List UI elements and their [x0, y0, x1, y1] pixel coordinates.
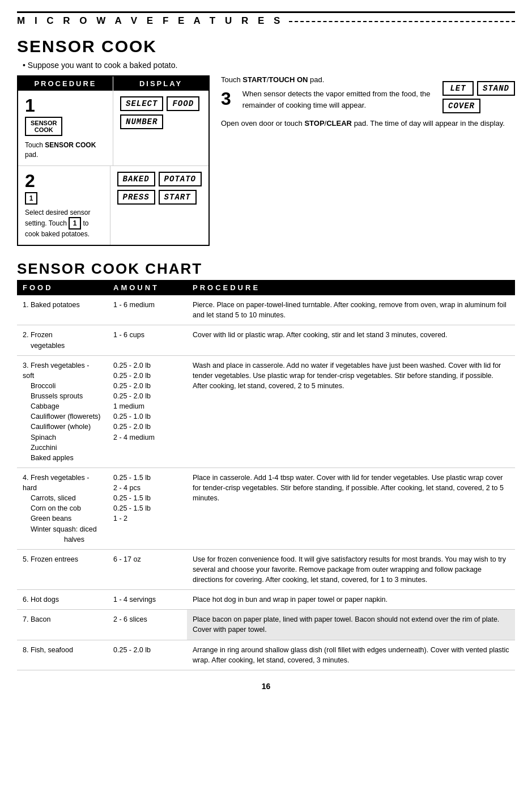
header-bar: M I C R O W A V E F E A T U R E S [17, 11, 515, 27]
step3-description: When sensor detects the vapor emitted fr… [242, 88, 431, 111]
step1-lcd-food: FOOD [167, 96, 199, 111]
step3-start-bold: START [242, 75, 266, 84]
step3-lcd-row1: LET STAND [442, 81, 515, 96]
page-number: 16 [17, 682, 515, 691]
step3-touch-text: Touch START/TOUCH ON pad. [221, 75, 324, 84]
sensor-cook-layout: PROCEDURE DISPLAY 1 SENSORCOOK Touch SEN… [17, 75, 515, 246]
step1-lcd-number: NUMBER [120, 114, 163, 129]
procedure-cell-shaded: Place bacon on paper plate, lined with p… [187, 610, 515, 640]
procedure-cell: Arrange in ring around shallow glass dis… [187, 640, 515, 670]
step2-text: Select desired sensor setting. Touch 1 t… [25, 208, 103, 240]
display-col-header: DISPLAY [113, 77, 208, 91]
step2-num-box: 1 [25, 192, 37, 205]
table-row: 8. Fish, seafood 0.25 - 2.0 lb Arrange i… [17, 640, 515, 670]
food-cell: 2. Frozen vegetables [17, 325, 108, 355]
proc-display-box: PROCEDURE DISPLAY 1 SENSORCOOK Touch SEN… [17, 75, 210, 246]
sensor-cook-chart-table: FOOD AMOUNT PROCEDURE 1. Baked potatoes … [17, 280, 515, 670]
procedure-col-header: PROCEDURE [18, 77, 113, 91]
amount-cell: 0.25 - 2.0 lb0.25 - 2.0 lb0.25 - 2.0 lb0… [108, 355, 187, 468]
chart-tbody: 1. Baked potatoes 1 - 6 medium Pierce. P… [17, 295, 515, 670]
header-title: M I C R O W A V E F E A T U R E S [17, 15, 283, 27]
procedure-cell: Pierce. Place on paper-towel-lined turnt… [187, 295, 515, 325]
stop-bold2: CLEAR [326, 119, 352, 128]
step2-lcd-potato: POTATO [159, 172, 202, 186]
step2-inline-box: 1 [69, 217, 81, 230]
table-row: 7. Bacon 2 - 6 slices Place bacon on pap… [17, 610, 515, 640]
food-cell: 4. Fresh vegetables - hard Carrots, slic… [17, 468, 108, 549]
step2-proc: 2 1 Select desired sensor setting. Touch… [18, 166, 110, 245]
food-cell: 3. Fresh vegetables - soft Broccoli Brus… [17, 355, 108, 468]
chart-header-row: FOOD AMOUNT PROCEDURE [17, 280, 515, 295]
table-row: 6. Hot dogs 1 - 4 servings Place hot dog… [17, 590, 515, 610]
chart-section: SENSOR COOK CHART FOOD AMOUNT PROCEDURE … [17, 260, 515, 670]
step1-display: SELECT FOOD NUMBER [113, 91, 208, 165]
procedure-cell: Place in casserole. Add 1-4 tbsp water. … [187, 468, 515, 549]
chart-title: SENSOR COOK CHART [17, 260, 515, 278]
sensor-cook-bullet: Suppose you want to cook a baked potato. [23, 61, 515, 70]
procedure-cell: Place hot dog in bun and wrap in paper t… [187, 590, 515, 610]
step1-proc: 1 SENSORCOOK Touch SENSOR COOK pad. [18, 91, 113, 165]
amount-cell: 2 - 6 slices [108, 610, 187, 640]
col-food: FOOD [17, 280, 108, 295]
page-container: M I C R O W A V E F E A T U R E S SENSOR… [0, 0, 532, 803]
step2-lcd-row1: BAKED POTATO [117, 172, 202, 186]
step2-num: 2 [25, 172, 103, 190]
step2-display: BAKED POTATO PRESS START [110, 166, 208, 245]
table-row: 2. Frozen vegetables 1 - 6 cups Cover wi… [17, 325, 515, 355]
food-cell: 7. Bacon [17, 610, 108, 640]
step1-lcd-row1: SELECT FOOD [120, 96, 202, 111]
col-amount: AMOUNT [108, 280, 187, 295]
amount-cell: 1 - 6 cups [108, 325, 187, 355]
amount-cell: 0.25 - 1.5 lb2 - 4 pcs0.25 - 1.5 lb0.25 … [108, 468, 187, 549]
stop-bold1: STOP [304, 119, 324, 128]
proc-display-header: PROCEDURE DISPLAY [18, 77, 208, 91]
table-row: 3. Fresh vegetables - soft Broccoli Brus… [17, 355, 515, 468]
step3-touchon-bold: TOUCH ON [269, 75, 308, 84]
procedure-cell: Wash and place in casserole. Add no wate… [187, 355, 515, 468]
amount-cell: 6 - 17 oz [108, 549, 187, 589]
step3-box: Touch START/TOUCH ON pad. 3 When sensor … [221, 75, 515, 246]
step2-lcd-row2: PRESS START [117, 190, 202, 205]
step1-num: 1 [25, 96, 106, 114]
amount-cell: 1 - 6 medium [108, 295, 187, 325]
step1-lcd-select: SELECT [120, 96, 163, 111]
step2-lcd-baked: BAKED [117, 172, 155, 186]
table-row: 1. Baked potatoes 1 - 6 medium Pierce. P… [17, 295, 515, 325]
food-cell: 8. Fish, seafood [17, 640, 108, 670]
step2-lcd-start: START [159, 190, 197, 205]
step1-row: 1 SENSORCOOK Touch SENSOR COOK pad. SELE… [18, 91, 208, 165]
step3-lcd-cover: COVER [442, 99, 480, 113]
step3-num: 3 [221, 88, 231, 109]
food-cell: 1. Baked potatoes [17, 295, 108, 325]
sensor-cook-button: SENSORCOOK [25, 117, 62, 136]
sensor-cook-title: SENSOR COOK [17, 37, 515, 56]
step2-row: 2 1 Select desired sensor setting. Touch… [18, 166, 208, 245]
col-procedure: PROCEDURE [187, 280, 515, 295]
amount-cell: 0.25 - 2.0 lb [108, 640, 187, 670]
chart-thead: FOOD AMOUNT PROCEDURE [17, 280, 515, 295]
step3-lcd-row2: COVER [442, 99, 515, 113]
step3-touch-line: Touch START/TOUCH ON pad. [221, 75, 431, 84]
stop-clear-text: Open oven door or touch STOP/CLEAR pad. … [221, 118, 515, 129]
header-dashes [289, 21, 515, 22]
step3-inner: Touch START/TOUCH ON pad. 3 When sensor … [221, 75, 515, 113]
stop-prefix: Open oven door or touch [221, 119, 304, 128]
step1-text: Touch SENSOR COOK pad. [25, 141, 106, 160]
procedure-cell: Cover with lid or plastic wrap. After co… [187, 325, 515, 355]
food-cell: 5. Frozen entrees [17, 549, 108, 589]
step2-lcd-press: PRESS [117, 190, 155, 205]
step2-box-container: 1 [25, 192, 103, 205]
table-row: 4. Fresh vegetables - hard Carrots, slic… [17, 468, 515, 549]
step1-bold: SENSOR COOK [45, 141, 96, 149]
step3-body: 3 When sensor detects the vapor emitted … [221, 88, 431, 111]
step1-lcd-row2: NUMBER [120, 114, 202, 129]
step3-lcd-let: LET [442, 81, 474, 96]
step3-right: LET STAND COVER [442, 75, 515, 113]
amount-cell: 1 - 4 servings [108, 590, 187, 610]
procedure-cell: Use for frozen convenience food. It will… [187, 549, 515, 589]
table-row: 5. Frozen entrees 6 - 17 oz Use for froz… [17, 549, 515, 589]
step3-lcd-stand: STAND [477, 81, 515, 96]
step3-left: Touch START/TOUCH ON pad. 3 When sensor … [221, 75, 431, 113]
food-cell: 6. Hot dogs [17, 590, 108, 610]
